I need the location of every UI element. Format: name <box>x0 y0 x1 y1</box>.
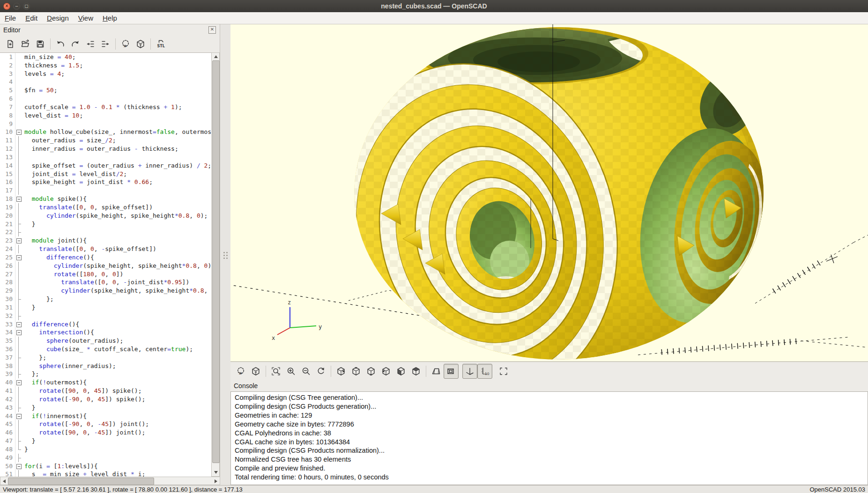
view-front-button[interactable] <box>393 364 408 379</box>
zoom-out-button[interactable] <box>298 364 313 379</box>
editor-hscroll-thumb[interactable] <box>8 478 154 485</box>
preview-button[interactable]: » <box>118 37 133 52</box>
view-right-button[interactable] <box>334 364 349 379</box>
orthogonal-button[interactable] <box>444 364 459 379</box>
code-text: difference(){ <box>22 320 79 329</box>
code-line-47: 47 } <box>0 437 212 445</box>
unindent-button[interactable] <box>83 37 98 52</box>
menu-edit[interactable]: Edit <box>21 13 42 23</box>
code-line-46: 46 rotate([90, 0, -45]) joint(); <box>0 428 212 437</box>
scroll-right-arrow[interactable] <box>215 479 217 483</box>
fold-marker-icon[interactable] <box>15 320 22 329</box>
new-file-button[interactable] <box>3 37 18 52</box>
line-number: 4 <box>0 78 15 86</box>
menubar: FileEditDesignViewHelp <box>0 12 868 24</box>
view-left-button[interactable] <box>378 364 393 379</box>
code-line-32: 32 <box>0 312 212 320</box>
zoom-in-button[interactable] <box>283 364 298 379</box>
code-line-49: 49 <box>0 454 212 462</box>
line-number: 9 <box>0 120 15 128</box>
view-top-button[interactable] <box>349 364 364 379</box>
code-editor[interactable]: 1min_size = 40;2thickness = 1.5;3levels … <box>0 52 212 477</box>
code-text: s_ = min_size + level_dist * i; <box>22 470 145 477</box>
indent-button[interactable] <box>98 37 113 52</box>
close-window-button[interactable]: × <box>3 3 10 10</box>
redo-icon <box>71 39 80 49</box>
reset-view-button[interactable] <box>313 364 328 379</box>
zoom-all-button[interactable] <box>268 364 283 379</box>
toolbar-separator <box>331 366 331 377</box>
menu-view[interactable]: View <box>74 13 98 23</box>
editor-vertical-scrollbar[interactable] <box>211 52 220 477</box>
editor-vscroll-thumb[interactable] <box>212 60 220 463</box>
fold-guide <box>15 228 22 236</box>
line-number: 11 <box>0 136 15 145</box>
fold-guide <box>15 287 22 295</box>
indent-icon <box>101 39 110 49</box>
scroll-down-arrow[interactable] <box>214 471 218 474</box>
show-scale-markers-button[interactable]: 10 <box>477 364 492 379</box>
titlebar[interactable]: ×–◻ nested_cubes.scad — OpenSCAD <box>0 0 868 12</box>
fold-marker-icon[interactable] <box>15 253 22 262</box>
code-line-40: 40 if(!outermost){ <box>0 378 212 387</box>
show-crosshairs-button[interactable] <box>496 364 511 379</box>
editor-close-icon[interactable]: ✕ <box>208 26 216 34</box>
fold-guide <box>15 353 22 362</box>
fold-guide <box>15 395 22 404</box>
code-text: levels = 4; <box>22 70 65 78</box>
redo-button[interactable] <box>68 37 83 52</box>
undo-button[interactable] <box>53 37 68 52</box>
code-text: rotate([180, 0, 0]) <box>22 270 123 279</box>
menu-help[interactable]: Help <box>98 13 122 23</box>
console-output[interactable]: Compiling design (CSG Tree generation)..… <box>230 391 868 485</box>
maximize-window-button[interactable]: ◻ <box>23 3 30 10</box>
fold-marker-icon[interactable] <box>15 462 22 471</box>
fold-guide <box>15 428 22 437</box>
code-line-4: 4 <box>0 78 212 86</box>
fold-marker-icon[interactable] <box>15 378 22 387</box>
minimize-window-button[interactable]: – <box>13 3 20 10</box>
code-line-6: 6 <box>0 95 212 103</box>
3d-viewport[interactable]: z x y <box>230 24 868 361</box>
fold-guide <box>15 470 22 477</box>
menu-design[interactable]: Design <box>42 13 74 23</box>
code-text: cylinder(spike_height, spike_height*0.8,… <box>22 262 212 270</box>
code-text: min_size = 40; <box>22 53 76 61</box>
fold-guide <box>15 103 22 111</box>
scroll-up-arrow[interactable] <box>214 55 218 58</box>
render-icon <box>251 367 260 376</box>
view-bottom-button[interactable] <box>364 364 378 379</box>
menu-file[interactable]: File <box>0 13 21 23</box>
perspective-button[interactable] <box>429 364 444 379</box>
preview-button[interactable]: » <box>233 364 248 379</box>
view-back-button[interactable] <box>408 364 423 379</box>
fold-marker-icon[interactable] <box>15 195 22 203</box>
console-line: Compiling design (CSG Products generatio… <box>235 402 864 411</box>
line-number: 3 <box>0 70 15 78</box>
editor-horizontal-scrollbar[interactable] <box>0 477 220 485</box>
save-file-button[interactable] <box>33 37 48 52</box>
code-text: inner_radius = outer_radius - thickness; <box>22 145 178 153</box>
line-number: 5 <box>0 86 15 95</box>
dock-splitter[interactable] <box>220 24 230 485</box>
line-number: 12 <box>0 145 15 153</box>
fold-marker-icon[interactable] <box>15 236 22 245</box>
render-button[interactable] <box>133 37 148 52</box>
line-number: 16 <box>0 178 15 186</box>
code-line-9: 9 <box>0 120 212 128</box>
code-text <box>22 153 24 162</box>
code-text: } <box>22 220 35 228</box>
render-button[interactable] <box>248 364 263 379</box>
code-text <box>22 312 24 320</box>
scroll-left-arrow[interactable] <box>3 479 6 483</box>
code-line-33: 33 difference(){ <box>0 320 212 329</box>
fold-marker-icon[interactable] <box>15 128 22 136</box>
export-stl-button[interactable]: STL <box>153 37 168 52</box>
line-number: 49 <box>0 454 15 462</box>
fold-marker-icon[interactable] <box>15 412 22 420</box>
code-line-36: 36 cube(size_ * cutoff_scale, center=tru… <box>0 345 212 353</box>
fold-marker-icon[interactable] <box>15 328 22 337</box>
fold-guide <box>15 454 22 462</box>
open-file-button[interactable] <box>18 37 33 52</box>
show-axes-button[interactable] <box>462 364 477 379</box>
